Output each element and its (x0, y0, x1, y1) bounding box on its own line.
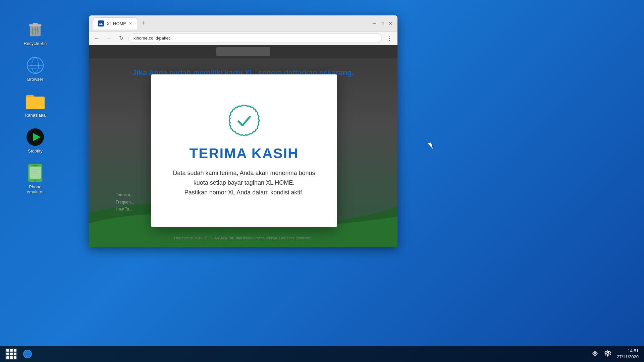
browser-toolbar: ← → ↻ xlhome.co.id/paket ⋮ (89, 32, 397, 45)
taskbar-right: 14:51 27/11/2020 (591, 348, 639, 360)
start-icon (6, 349, 16, 359)
recycle-bin-label: Recycle Bin (24, 41, 47, 46)
footer-link-1[interactable]: Terms o... (116, 191, 134, 199)
new-tab-button[interactable]: + (139, 19, 148, 28)
xl-favicon: XL (98, 20, 104, 26)
success-check-icon (227, 104, 261, 137)
refresh-button[interactable]: ↻ (116, 34, 126, 43)
taskbar-browser-icon[interactable] (21, 348, 34, 360)
back-button[interactable]: ← (92, 34, 102, 43)
rahasiaaa-label: Rahasiaaa (25, 113, 46, 118)
copyright-text: Hak cipta © 2018 PT XL AXIATA Tbk. dan b… (89, 236, 397, 240)
svg-point-30 (607, 352, 609, 354)
browser-icon[interactable]: Browser (20, 56, 50, 82)
svg-point-29 (594, 355, 596, 356)
browser-titlebar: XL XL HOME ✕ + ─ □ ✕ (89, 15, 397, 32)
url-text: xlhome.co.id/paket (133, 36, 170, 41)
clock-date: 27/11/2020 (617, 354, 639, 360)
tab-title: XL HOME (107, 21, 126, 26)
start-button[interactable] (5, 348, 17, 360)
window-controls: ─ □ ✕ (371, 20, 393, 26)
address-bar[interactable]: xlhome.co.id/paket (128, 34, 382, 43)
browser-menu-button[interactable]: ⋮ (385, 34, 394, 43)
desktop-icons: Recycle Bin Browser Rahasiaaa (20, 20, 50, 194)
modal-body: Data sudah kami terima, Anda akan meneri… (171, 168, 317, 197)
footer-link-2[interactable]: Frequen... (116, 199, 134, 206)
svg-point-16 (35, 180, 36, 182)
minimize-button[interactable]: ─ (371, 20, 377, 26)
close-button[interactable]: ✕ (387, 20, 393, 26)
footer-link-3[interactable]: How To... (116, 206, 134, 213)
maximize-button[interactable]: □ (379, 20, 385, 26)
modal-title: TERIMA KASIH (190, 145, 299, 162)
phone-emulator-icon[interactable]: Phone emulator (20, 164, 50, 194)
svg-rect-17 (33, 165, 38, 166)
tab-close-btn[interactable]: ✕ (129, 21, 132, 26)
button-placeholder (216, 47, 270, 56)
rahasiaaa-icon[interactable]: Rahasiaaa (20, 92, 50, 118)
forward-button[interactable]: → (104, 34, 114, 43)
settings-icon[interactable] (604, 350, 611, 359)
tab-xl-home[interactable]: XL XL HOME ✕ (93, 17, 137, 29)
stoptify-icon[interactable]: Stoptify (20, 128, 50, 154)
browser-label: Browser (27, 77, 43, 82)
tab-bar: XL XL HOME ✕ + (93, 17, 369, 29)
recycle-bin-icon[interactable]: Recycle Bin (20, 20, 50, 46)
mouse-cursor (428, 142, 433, 150)
svg-rect-2 (33, 23, 38, 24)
phone-emulator-label: Phone emulator (20, 184, 50, 194)
modal-dialog: TERIMA KASIH Data sudah kami terima, And… (151, 74, 337, 227)
taskbar-clock: 14:51 27/11/2020 (617, 348, 639, 360)
browser-window: XL XL HOME ✕ + ─ □ ✕ ← → ↻ xlhome.co.id/… (89, 15, 397, 247)
svg-text:XL: XL (99, 22, 103, 25)
network-icon[interactable] (591, 350, 599, 359)
taskbar: 14:51 27/11/2020 (0, 346, 644, 362)
footer-links: Terms o... Frequen... How To... (116, 191, 134, 213)
stoptify-label: Stoptify (28, 148, 42, 154)
page-top-bar (89, 45, 397, 58)
browser-content: Jika Anda sudah memiliki kartu XL, seger… (89, 45, 397, 247)
clock-time: 14:51 (617, 348, 639, 354)
svg-rect-15 (30, 167, 41, 179)
